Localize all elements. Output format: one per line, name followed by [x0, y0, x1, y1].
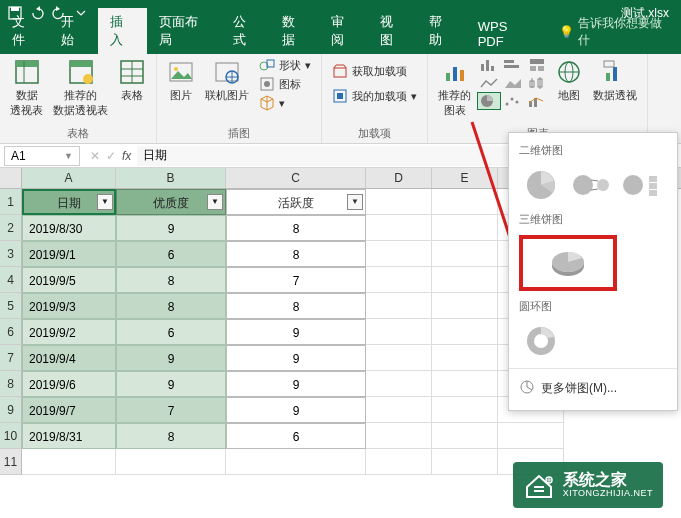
cell[interactable]: [116, 449, 226, 475]
cell-date[interactable]: 2019/9/7: [22, 397, 116, 423]
tab-layout[interactable]: 页面布局: [147, 8, 221, 54]
header-date[interactable]: 日期▼: [22, 189, 116, 215]
row-header[interactable]: 1: [0, 189, 22, 215]
more-pie-charts-button[interactable]: 更多饼图(M)...: [509, 373, 677, 404]
cell-activity[interactable]: 9: [226, 371, 366, 397]
picture-button[interactable]: 图片: [163, 56, 199, 105]
cell[interactable]: [366, 319, 432, 345]
cell[interactable]: [432, 449, 498, 475]
online-picture-button[interactable]: 联机图片: [201, 56, 253, 105]
cell[interactable]: [366, 215, 432, 241]
cell[interactable]: [366, 371, 432, 397]
cell[interactable]: [498, 423, 564, 449]
cell-quality[interactable]: 8: [116, 423, 226, 449]
line-chart-button[interactable]: [477, 74, 501, 92]
cell[interactable]: [366, 397, 432, 423]
cell[interactable]: [226, 449, 366, 475]
pivot-table-button[interactable]: 数据 透视表: [6, 56, 47, 120]
cell[interactable]: [366, 423, 432, 449]
cell-quality[interactable]: 8: [116, 267, 226, 293]
tab-home[interactable]: 开始: [49, 8, 98, 54]
tab-file[interactable]: 文件: [0, 8, 49, 54]
pie-2d-button[interactable]: [519, 166, 563, 204]
confirm-icon[interactable]: ✓: [106, 149, 116, 163]
cell-date[interactable]: 2019/9/5: [22, 267, 116, 293]
cell[interactable]: [366, 267, 432, 293]
select-all-corner[interactable]: [0, 168, 22, 188]
col-header-C[interactable]: C: [226, 168, 366, 188]
cell-date[interactable]: 2019/8/30: [22, 215, 116, 241]
col-header-B[interactable]: B: [116, 168, 226, 188]
hierarchy-chart-button[interactable]: [525, 56, 549, 74]
recommended-charts-button[interactable]: 推荐的 图表: [434, 56, 475, 120]
table-button[interactable]: 表格: [114, 56, 150, 105]
cancel-icon[interactable]: ✕: [90, 149, 100, 163]
filter-button[interactable]: ▼: [347, 194, 363, 210]
fx-icon[interactable]: fx: [122, 149, 131, 163]
tab-data[interactable]: 数据: [270, 8, 319, 54]
tab-review[interactable]: 审阅: [319, 8, 368, 54]
cell-quality[interactable]: 9: [116, 371, 226, 397]
combo-chart-button[interactable]: [525, 92, 549, 110]
row-header[interactable]: 11: [0, 449, 22, 475]
cell-date[interactable]: 2019/8/31: [22, 423, 116, 449]
cell-activity[interactable]: 8: [226, 215, 366, 241]
cell-quality[interactable]: 6: [116, 319, 226, 345]
row-header[interactable]: 5: [0, 293, 22, 319]
cell-activity[interactable]: 9: [226, 319, 366, 345]
my-addins-button[interactable]: 我的加载项▾: [328, 87, 421, 105]
header-quality[interactable]: 优质度▼: [116, 189, 226, 215]
row-header[interactable]: 2: [0, 215, 22, 241]
header-activity[interactable]: 活跃度▼: [226, 189, 366, 215]
tab-view[interactable]: 视图: [368, 8, 417, 54]
row-header[interactable]: 9: [0, 397, 22, 423]
cell[interactable]: [432, 319, 498, 345]
cell-quality[interactable]: 9: [116, 345, 226, 371]
recommended-pivot-button[interactable]: 推荐的 数据透视表: [49, 56, 112, 120]
donut-button[interactable]: [519, 322, 563, 360]
row-header[interactable]: 4: [0, 267, 22, 293]
cell[interactable]: [432, 293, 498, 319]
bar-of-pie-button[interactable]: [619, 166, 663, 204]
pie-3d-button[interactable]: [519, 235, 617, 291]
row-header[interactable]: 8: [0, 371, 22, 397]
scatter-chart-button[interactable]: [501, 92, 525, 110]
cell-activity[interactable]: 8: [226, 241, 366, 267]
row-header[interactable]: 3: [0, 241, 22, 267]
cell-quality[interactable]: 6: [116, 241, 226, 267]
filter-button[interactable]: ▼: [97, 194, 113, 210]
pie-chart-button[interactable]: [477, 92, 501, 110]
col-header-D[interactable]: D: [366, 168, 432, 188]
cell-activity[interactable]: 9: [226, 345, 366, 371]
cell[interactable]: [22, 449, 116, 475]
cell-date[interactable]: 2019/9/2: [22, 319, 116, 345]
tab-wps-pdf[interactable]: WPS PDF: [466, 14, 547, 54]
cell[interactable]: [432, 371, 498, 397]
cell-date[interactable]: 2019/9/1: [22, 241, 116, 267]
cell-date[interactable]: 2019/9/3: [22, 293, 116, 319]
get-addins-button[interactable]: 获取加载项: [328, 62, 421, 80]
cell[interactable]: [432, 423, 498, 449]
cell[interactable]: [366, 293, 432, 319]
stat-chart-button[interactable]: [525, 74, 549, 92]
cell[interactable]: [366, 241, 432, 267]
cell-activity[interactable]: 6: [226, 423, 366, 449]
col-header-A[interactable]: A: [22, 168, 116, 188]
row-header[interactable]: 6: [0, 319, 22, 345]
cell-quality[interactable]: 9: [116, 215, 226, 241]
pie-of-pie-button[interactable]: [569, 166, 613, 204]
cell[interactable]: [498, 449, 564, 475]
filter-button[interactable]: ▼: [207, 194, 223, 210]
cell-activity[interactable]: 7: [226, 267, 366, 293]
cell[interactable]: [432, 345, 498, 371]
shapes-button[interactable]: 形状▾: [255, 56, 315, 74]
cell-date[interactable]: 2019/9/4: [22, 345, 116, 371]
area-chart-button[interactable]: [501, 74, 525, 92]
tell-me[interactable]: 💡 告诉我你想要做什: [547, 10, 681, 54]
cell[interactable]: [432, 397, 498, 423]
cell[interactable]: [366, 189, 432, 215]
tab-insert[interactable]: 插入: [98, 8, 147, 54]
row-header[interactable]: 10: [0, 423, 22, 449]
icons-button[interactable]: 图标: [255, 75, 315, 93]
row-header[interactable]: 7: [0, 345, 22, 371]
